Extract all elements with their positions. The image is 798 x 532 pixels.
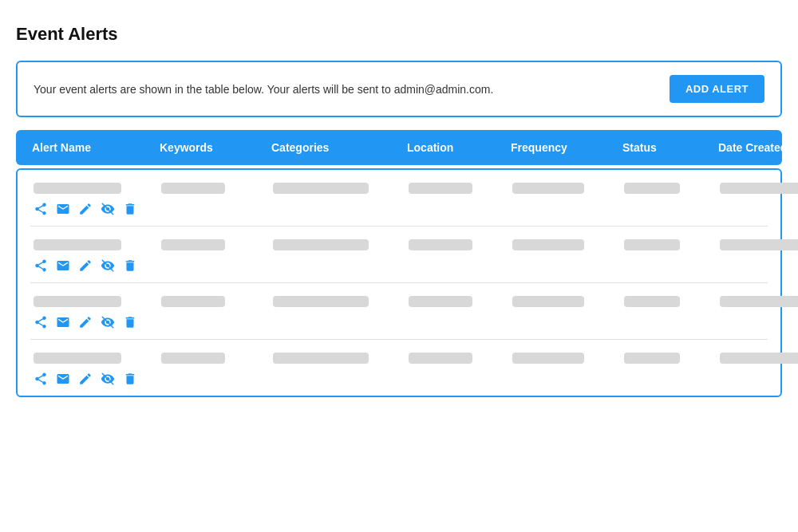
skeleton-frequency — [512, 296, 584, 307]
col-header-categories: Categories — [271, 141, 407, 154]
preview-icon[interactable] — [101, 315, 115, 329]
share-icon[interactable] — [34, 258, 48, 273]
delete-icon[interactable] — [123, 202, 137, 216]
edit-icon[interactable] — [78, 202, 93, 216]
preview-icon[interactable] — [101, 202, 115, 216]
skeleton-date — [720, 353, 798, 364]
table-body — [16, 168, 782, 397]
skeleton-frequency — [512, 239, 584, 250]
skeleton-location — [409, 183, 472, 194]
skeleton-categories — [273, 296, 369, 307]
col-header-alert-name: Alert Name — [32, 141, 160, 154]
col-header-location: Location — [407, 141, 511, 154]
skeleton-frequency — [512, 353, 584, 364]
edit-icon[interactable] — [78, 315, 93, 329]
skeleton-status — [624, 239, 680, 250]
table-row — [30, 283, 768, 340]
row-data — [34, 239, 764, 250]
delete-icon[interactable] — [123, 372, 137, 386]
skeleton-categories — [273, 183, 369, 194]
share-icon[interactable] — [34, 372, 48, 386]
skeleton-alert-name — [34, 353, 121, 364]
row-actions — [34, 202, 764, 216]
share-icon[interactable] — [34, 315, 48, 329]
email-icon[interactable] — [56, 202, 70, 216]
skeleton-keywords — [161, 296, 225, 307]
row-actions — [34, 315, 764, 329]
preview-icon[interactable] — [101, 258, 115, 273]
row-data — [34, 183, 764, 194]
skeleton-date — [720, 183, 798, 194]
table-row — [30, 340, 768, 396]
skeleton-keywords — [161, 239, 225, 250]
skeleton-status — [624, 183, 680, 194]
email-icon[interactable] — [56, 372, 70, 386]
skeleton-alert-name — [34, 296, 121, 307]
row-data — [34, 353, 764, 364]
table-row — [30, 227, 768, 283]
skeleton-location — [409, 239, 472, 250]
email-icon[interactable] — [56, 315, 70, 329]
skeleton-location — [409, 353, 472, 364]
col-header-keywords: Keywords — [160, 141, 271, 154]
delete-icon[interactable] — [123, 258, 137, 273]
skeleton-status — [624, 353, 680, 364]
col-header-frequency: Frequency — [511, 141, 622, 154]
banner-text: Your event alerts are shown in the table… — [34, 83, 493, 96]
edit-icon[interactable] — [78, 258, 93, 273]
row-data — [34, 296, 764, 307]
skeleton-status — [624, 296, 680, 307]
skeleton-alert-name — [34, 239, 121, 250]
skeleton-categories — [273, 353, 369, 364]
col-header-status: Status — [622, 141, 718, 154]
skeleton-date — [720, 296, 798, 307]
col-header-date-created: Date Created — [718, 141, 798, 154]
skeleton-keywords — [161, 183, 225, 194]
skeleton-frequency — [512, 183, 584, 194]
skeleton-categories — [273, 239, 369, 250]
add-alert-button[interactable]: ADD ALERT — [670, 75, 764, 103]
email-icon[interactable] — [56, 258, 70, 273]
info-banner: Your event alerts are shown in the table… — [16, 61, 782, 117]
skeleton-keywords — [161, 353, 225, 364]
edit-icon[interactable] — [78, 372, 93, 386]
page-title: Event Alerts — [16, 24, 782, 45]
skeleton-location — [409, 296, 472, 307]
table-header: Alert Name Keywords Categories Location … — [16, 130, 782, 165]
row-actions — [34, 372, 764, 386]
table-row — [30, 170, 768, 227]
row-actions — [34, 258, 764, 273]
skeleton-date — [720, 239, 798, 250]
skeleton-alert-name — [34, 183, 121, 194]
preview-icon[interactable] — [101, 372, 115, 386]
delete-icon[interactable] — [123, 315, 137, 329]
share-icon[interactable] — [34, 202, 48, 216]
